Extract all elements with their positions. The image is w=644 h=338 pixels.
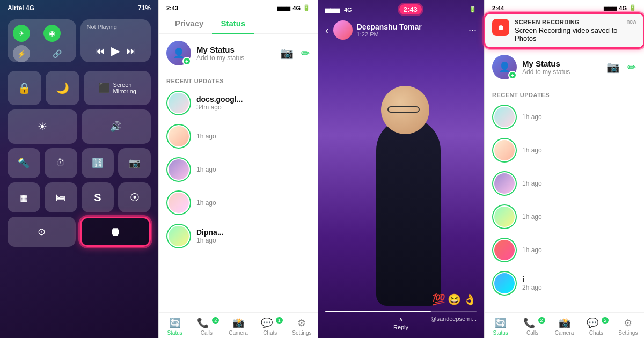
nav-chats-4[interactable]: 💬2 Chats — [580, 317, 612, 336]
video-progress-fill — [325, 311, 431, 312]
tab-status[interactable]: Status — [212, 13, 254, 34]
lock-rotation-icon: 🔒 — [18, 82, 31, 94]
emoji-ok: 👌 — [463, 293, 477, 306]
my-status-row-4[interactable]: 👤 + My Status Add to my status 📷 ✏ — [485, 48, 644, 86]
notification-content: SCREEN RECORDING Screen Recording video … — [515, 19, 636, 42]
dark-mode-button[interactable]: ⊙ — [8, 217, 76, 247]
airdrop-button[interactable]: 🔗 — [43, 45, 71, 62]
list-item[interactable]: 1h ago — [485, 134, 644, 167]
status-item-time-5: 1h ago — [196, 237, 310, 244]
network-label-4: 4G — [619, 5, 627, 11]
p4-info-5: 1h ago — [522, 246, 636, 254]
forward-icon[interactable]: ⏭ — [127, 46, 136, 57]
nav-status[interactable]: 🔄 Status — [159, 317, 191, 336]
list-item[interactable]: 1h ago — [485, 167, 644, 200]
shazam-button[interactable]: S — [82, 182, 114, 212]
pencil-action-button-4[interactable]: ✏ — [627, 61, 636, 74]
signal-icon: ▅▅▅ — [277, 5, 290, 11]
my-status-info-4: My Status Add to my status — [517, 59, 606, 76]
my-status-avatar: 👤 + — [166, 41, 191, 65]
back-button[interactable]: ‹ — [325, 24, 329, 36]
sleep-icon: 🛏 — [56, 192, 65, 203]
status-item-info-4: 1h ago — [196, 199, 310, 207]
timer-icon: ⏱ — [56, 158, 65, 169]
chats-nav-label-4: Chats — [589, 330, 603, 336]
panel-whatsapp-status: 2:43 ▅▅▅ 4G 🔋 Privacy Status 👤 + My Stat… — [158, 0, 318, 338]
nav-chats[interactable]: 💬1 Chats — [254, 317, 286, 336]
flashlight-button[interactable]: 🔦 — [8, 148, 40, 178]
wa-tabs: Privacy Status — [159, 13, 318, 34]
time-label-4: 2:44 — [492, 5, 504, 11]
notification-text: Screen Recording video saved to Photos — [515, 26, 636, 42]
video-user-name: Deepanshu Tomar — [357, 23, 464, 31]
carrier-label: Airtel 4G — [8, 4, 34, 12]
calculator-button[interactable]: 🔢 — [82, 148, 114, 178]
list-item[interactable]: 1h ago — [159, 186, 318, 219]
camera-action-button[interactable]: 📷 — [280, 47, 294, 60]
play-icon[interactable]: ▶ — [111, 44, 120, 58]
screen-mirroring-button[interactable]: ⬛ ScreenMirroring — [84, 71, 151, 105]
p4-info-4: 1h ago — [522, 213, 636, 221]
pencil-action-button[interactable]: ✏ — [301, 47, 310, 60]
reply-label: Reply — [393, 324, 408, 330]
status-item-info-1: docs.googl... 34m ago — [196, 95, 310, 111]
list-item[interactable]: Dipna... 1h ago — [159, 219, 318, 253]
my-status-name: My Status — [196, 45, 275, 54]
list-item[interactable]: 1h ago — [485, 200, 644, 233]
notification-title: SCREEN RECORDING — [515, 19, 636, 25]
calls-nav-label: Calls — [201, 330, 213, 336]
wifi-button[interactable]: ◉ — [43, 25, 61, 42]
status-avatar-1 — [166, 91, 191, 115]
nav-camera-4[interactable]: 📸 Camera — [548, 317, 580, 336]
video-chat-header: ‹ Deepanshu Tomar 1:22 PM ··· — [318, 16, 484, 44]
timer-button[interactable]: ⏱ — [45, 148, 77, 178]
nav-status-4[interactable]: 🔄 Status — [485, 317, 516, 336]
do-not-disturb-button[interactable]: 🌙 — [46, 71, 79, 105]
list-item[interactable]: 1h ago — [159, 153, 318, 186]
tab-privacy[interactable]: Privacy — [166, 13, 212, 33]
notification-icon: ⏺ — [492, 19, 509, 36]
p4-avatar-6 — [492, 271, 517, 296]
my-status-row[interactable]: 👤 + My Status Add to my status 📷 ✏ — [159, 34, 318, 72]
volume-button[interactable]: 🔊 — [82, 109, 151, 144]
nav-settings[interactable]: ⚙ Settings — [286, 317, 318, 336]
airplane-mode-button[interactable]: ✈ — [13, 25, 30, 42]
list-item[interactable]: 1h ago — [485, 100, 644, 134]
nav-settings-4[interactable]: ⚙ Settings — [612, 317, 644, 336]
status-item-info-5: Dipna... 1h ago — [196, 228, 310, 244]
list-item[interactable]: i 2h ago — [485, 267, 644, 300]
nav-camera[interactable]: 📸 Camera — [222, 317, 254, 336]
lock-rotation-button[interactable]: 🔒 — [8, 71, 41, 105]
calls-nav-icon: 📞2 — [197, 317, 216, 329]
notification-time: now — [627, 19, 636, 25]
shazam-ring-button[interactable]: ⦿ — [118, 182, 151, 212]
not-playing-label: Not Playing — [87, 24, 145, 30]
sleep-button[interactable]: 🛏 — [45, 182, 77, 212]
camera-action-button-4[interactable]: 📷 — [606, 61, 620, 74]
nav-calls-4[interactable]: 📞2 Calls — [516, 317, 548, 336]
status-item-info-3: 1h ago — [196, 166, 310, 173]
settings-nav-icon-4: ⚙ — [624, 317, 632, 329]
settings-nav-label: Settings — [292, 330, 311, 336]
rewind-icon[interactable]: ⏮ — [95, 46, 105, 57]
brightness-icon: ☀ — [38, 120, 47, 133]
chats-badge: 1 — [276, 317, 283, 324]
calls-badge: 2 — [212, 317, 219, 324]
list-item[interactable]: 1h ago — [159, 120, 318, 153]
bluetooth-button[interactable]: ⚡ — [13, 45, 30, 62]
qr-button[interactable]: ▦ — [8, 182, 40, 212]
p4-time-5: 1h ago — [522, 246, 636, 254]
more-options-button[interactable]: ··· — [469, 25, 477, 36]
wifi-icon: ◉ — [49, 29, 55, 38]
list-item[interactable]: 1h ago — [485, 233, 644, 267]
recent-updates-header: RECENT UPDATES — [159, 72, 318, 86]
nav-calls[interactable]: 📞2 Calls — [191, 317, 222, 336]
status-bar-2: 2:43 ▅▅▅ 4G 🔋 — [159, 0, 318, 13]
emoji-laugh: 😆 — [448, 293, 461, 306]
camera-button[interactable]: 📷 — [118, 148, 151, 178]
brightness-button[interactable]: ☀ — [8, 109, 77, 144]
chats-nav-icon-4: 💬2 — [587, 317, 605, 329]
status-item-info-2: 1h ago — [196, 133, 310, 140]
screen-record-button[interactable]: ⏺ — [80, 217, 151, 247]
list-item[interactable]: docs.googl... 34m ago — [159, 86, 318, 120]
